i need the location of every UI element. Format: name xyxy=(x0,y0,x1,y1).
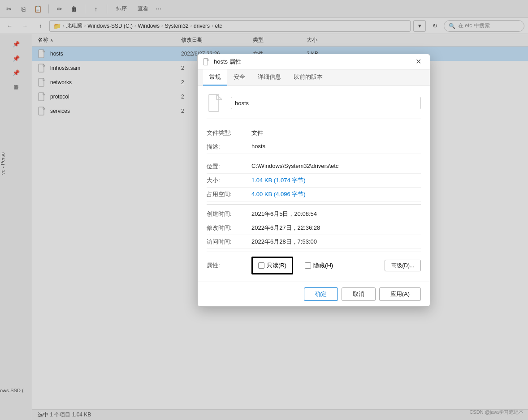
prop-value-created: 2021年6月5日，20:08:54 xyxy=(251,210,421,218)
prop-label-accessed: 访问时间: xyxy=(207,238,251,246)
hidden-checkbox[interactable] xyxy=(305,262,311,269)
prop-separator-2 xyxy=(207,204,421,205)
prop-value-modified: 2022年6月27日，22:36:28 xyxy=(251,224,421,232)
dialog-title-text: hosts 属性 xyxy=(214,58,412,66)
prop-row-type: 文件类型: 文件 xyxy=(207,126,421,140)
dialog-title-file-icon xyxy=(203,58,210,65)
properties-dialog: hosts 属性 ✕ 常规 安全 详细信息 以前的版本 xyxy=(197,54,430,307)
prop-label-modified: 修改时间: xyxy=(207,224,251,232)
readonly-label: 只读(R) xyxy=(267,261,286,270)
hidden-label: 隐藏(H) xyxy=(313,261,333,270)
svg-rect-6 xyxy=(209,94,219,111)
prop-value-type: 文件 xyxy=(251,129,421,137)
prop-label-desc: 描述: xyxy=(207,143,251,151)
properties-table: 文件类型: 文件 描述: hosts 位置: C:\Windows\System… xyxy=(207,126,421,252)
cancel-button[interactable]: 取消 xyxy=(342,287,376,301)
prop-row-created: 创建时间: 2021年6月5日，20:08:54 xyxy=(207,207,421,221)
file-name-input[interactable] xyxy=(231,97,421,109)
prop-row-modified: 修改时间: 2022年6月27日，22:36:28 xyxy=(207,221,421,235)
prop-row-location: 位置: C:\Windows\System32\drivers\etc xyxy=(207,160,421,174)
attr-row: 属性: 只读(R) 隐藏(H) 高级(D)... xyxy=(207,257,421,274)
prop-row-accessed: 访问时间: 2022年6月28日，7:53:00 xyxy=(207,235,421,249)
prop-label-type: 文件类型: xyxy=(207,129,251,137)
prop-label-size: 大小: xyxy=(207,176,251,184)
readonly-highlight-box: 只读(R) xyxy=(251,257,293,274)
prop-row-desc: 描述: hosts xyxy=(207,140,421,154)
prop-value-size: 1.04 KB (1,074 字节) xyxy=(251,176,421,184)
prop-value-accessed: 2022年6月28日，7:53:00 xyxy=(251,238,421,246)
dialog-body: 文件类型: 文件 描述: hosts 位置: C:\Windows\System… xyxy=(198,86,430,282)
prop-value-location: C:\Windows\System32\drivers\etc xyxy=(251,163,421,169)
dialog-file-large-icon xyxy=(207,93,225,113)
advanced-button[interactable]: 高级(D)... xyxy=(385,260,421,271)
apply-button[interactable]: 应用(A) xyxy=(379,287,421,301)
dialog-tabs: 常规 安全 详细信息 以前的版本 xyxy=(198,69,430,86)
explorer-window: ✂ ⎘ 📋 ✏ 🗑 ↑ 排序 查看 ··· ← → ↑ 📁 › 此电脑 › Wi… xyxy=(0,0,528,420)
prop-row-disksize: 占用空间: 4.00 KB (4,096 字节) xyxy=(207,188,421,201)
prop-separator-1 xyxy=(207,157,421,157)
attr-label: 属性: xyxy=(207,261,251,270)
dialog-close-button[interactable]: ✕ xyxy=(412,56,424,68)
prop-label-created: 创建时间: xyxy=(207,210,251,218)
readonly-checkbox-item[interactable]: 只读(R) xyxy=(258,261,286,270)
prop-label-location: 位置: xyxy=(207,163,251,171)
prop-value-disksize: 4.00 KB (4,096 字节) xyxy=(251,190,421,198)
tab-previous-versions[interactable]: 以前的版本 xyxy=(287,69,329,86)
attr-checks: 只读(R) 隐藏(H) 高级(D)... xyxy=(251,257,421,274)
dialog-file-header xyxy=(207,93,421,119)
tab-general[interactable]: 常规 xyxy=(203,69,227,86)
readonly-checkbox[interactable] xyxy=(258,262,264,269)
dialog-overlay: hosts 属性 ✕ 常规 安全 详细信息 以前的版本 xyxy=(0,0,528,420)
prop-separator-3 xyxy=(207,252,421,252)
dialog-titlebar: hosts 属性 ✕ xyxy=(198,54,430,69)
dialog-footer: 确定 取消 应用(A) xyxy=(198,282,430,306)
prop-value-desc: hosts xyxy=(251,143,421,150)
tab-details[interactable]: 详细信息 xyxy=(251,69,287,86)
prop-label-disksize: 占用空间: xyxy=(207,190,251,198)
prop-row-size: 大小: 1.04 KB (1,074 字节) xyxy=(207,174,421,188)
ok-button[interactable]: 确定 xyxy=(304,287,338,301)
hidden-checkbox-item[interactable]: 隐藏(H) xyxy=(305,261,333,270)
tab-security[interactable]: 安全 xyxy=(227,69,251,86)
